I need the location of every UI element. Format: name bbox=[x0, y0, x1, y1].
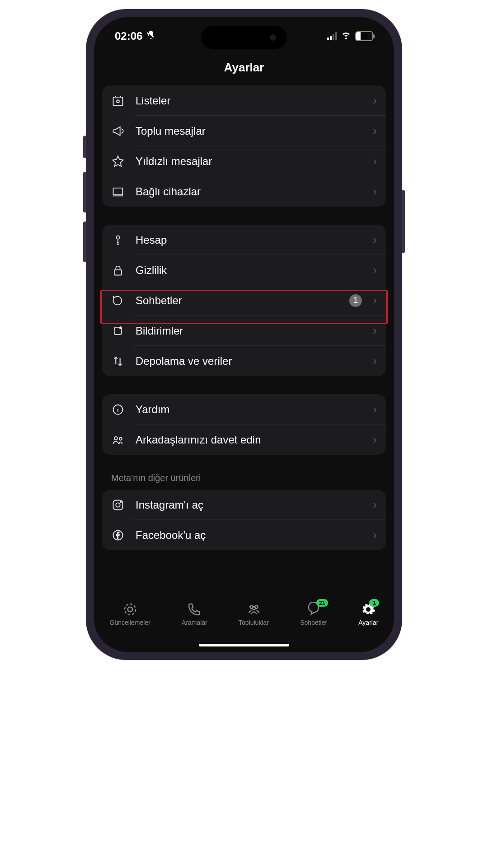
row-starred[interactable]: Yıldızlı mesajlar › bbox=[102, 146, 386, 176]
chevron-right-icon: › bbox=[373, 233, 377, 247]
row-label: Sohbetler bbox=[136, 294, 338, 307]
row-label: Facebook'u aç bbox=[136, 529, 362, 542]
chevron-right-icon: › bbox=[373, 498, 377, 512]
section-label-meta: Meta'nın diğer ürünleri bbox=[102, 473, 386, 490]
battery-indicator: 25 bbox=[355, 31, 373, 41]
notification-badge: 1 bbox=[349, 294, 362, 307]
svg-rect-0 bbox=[113, 97, 123, 105]
row-storage[interactable]: Depolama ve veriler › bbox=[102, 346, 386, 376]
svg-point-15 bbox=[125, 604, 136, 615]
tab-chats[interactable]: 21 Sohbetler bbox=[300, 602, 327, 626]
updates-icon bbox=[122, 602, 138, 617]
row-chats[interactable]: Sohbetler 1 › bbox=[102, 285, 386, 316]
chat-bubble-icon bbox=[111, 294, 125, 307]
phone-frame: 02:06 25 Ayarlar bbox=[86, 9, 402, 660]
row-label: Hesap bbox=[136, 234, 362, 246]
svg-rect-4 bbox=[114, 269, 122, 275]
chevron-right-icon: › bbox=[373, 324, 377, 338]
row-label: Bağlı cihazlar bbox=[136, 185, 362, 198]
lock-icon bbox=[111, 264, 125, 277]
row-label: Toplu mesajlar bbox=[136, 125, 362, 137]
tab-settings[interactable]: 1 Ayarlar bbox=[358, 602, 378, 626]
info-icon bbox=[111, 403, 125, 416]
instagram-icon bbox=[111, 498, 125, 512]
transfer-icon bbox=[111, 354, 125, 368]
row-privacy[interactable]: Gizlilik › bbox=[102, 255, 386, 285]
row-label: Yardım bbox=[136, 403, 362, 416]
svg-point-14 bbox=[127, 607, 132, 612]
facebook-icon bbox=[111, 528, 125, 542]
row-account[interactable]: Hesap › bbox=[102, 225, 386, 255]
tab-badge: 21 bbox=[316, 599, 328, 607]
home-indicator[interactable] bbox=[199, 644, 289, 646]
communities-icon bbox=[246, 602, 262, 617]
screen: 02:06 25 Ayarlar bbox=[94, 17, 394, 652]
svg-point-12 bbox=[120, 501, 121, 502]
svg-point-3 bbox=[117, 236, 120, 239]
svg-rect-2 bbox=[113, 188, 123, 194]
chevron-right-icon: › bbox=[373, 402, 377, 416]
settings-section-1: Listeler › Toplu mesajlar › Yıldızlı mes… bbox=[102, 85, 386, 207]
wifi-icon bbox=[341, 29, 352, 43]
row-label: Arkadaşlarınızı davet edin bbox=[136, 434, 362, 446]
tab-label: Topluluklar bbox=[239, 619, 269, 626]
chevron-right-icon: › bbox=[373, 354, 377, 368]
row-label: Yıldızlı mesajlar bbox=[136, 155, 362, 168]
chevron-right-icon: › bbox=[373, 94, 377, 108]
laptop-icon bbox=[111, 185, 125, 198]
phone-icon bbox=[187, 602, 202, 617]
chevron-right-icon: › bbox=[373, 293, 377, 307]
row-linked-devices[interactable]: Bağlı cihazlar › bbox=[102, 176, 386, 207]
tab-label: Ayarlar bbox=[358, 619, 378, 626]
tab-updates[interactable]: Güncellemeler bbox=[110, 602, 150, 626]
svg-point-6 bbox=[119, 326, 122, 329]
row-label: Listeler bbox=[136, 94, 362, 107]
mute-icon bbox=[146, 30, 156, 42]
chevron-right-icon: › bbox=[373, 124, 377, 138]
row-invite[interactable]: Arkadaşlarınızı davet edin › bbox=[102, 425, 386, 455]
svg-point-9 bbox=[119, 437, 122, 440]
megaphone-icon bbox=[111, 124, 125, 138]
svg-point-8 bbox=[114, 437, 117, 440]
chevron-right-icon: › bbox=[373, 154, 377, 168]
tab-label: Sohbetler bbox=[300, 619, 327, 626]
status-time: 02:06 bbox=[115, 30, 142, 42]
row-help[interactable]: Yardım › bbox=[102, 394, 386, 425]
settings-content[interactable]: Listeler › Toplu mesajlar › Yıldızlı mes… bbox=[94, 85, 394, 598]
settings-section-3: Yardım › Arkadaşlarınızı davet edin › bbox=[102, 394, 386, 455]
lists-icon bbox=[111, 94, 125, 108]
row-lists[interactable]: Listeler › bbox=[102, 85, 386, 116]
row-label: Gizlilik bbox=[136, 264, 362, 277]
svg-point-1 bbox=[117, 100, 119, 103]
settings-section-2: Hesap › Gizlilik › Sohbetl bbox=[102, 225, 386, 376]
row-notifications[interactable]: Bildirimler › bbox=[102, 316, 386, 346]
page-title: Ayarlar bbox=[94, 55, 394, 85]
chevron-right-icon: › bbox=[373, 433, 377, 447]
chevron-right-icon: › bbox=[373, 184, 377, 198]
row-label: Instagram'ı aç bbox=[136, 499, 362, 511]
row-label: Bildirimler bbox=[136, 325, 362, 337]
svg-point-18 bbox=[252, 607, 255, 610]
row-broadcast[interactable]: Toplu mesajlar › bbox=[102, 116, 386, 146]
row-instagram[interactable]: Instagram'ı aç › bbox=[102, 490, 386, 520]
tab-label: Güncellemeler bbox=[110, 619, 150, 626]
row-label: Depolama ve veriler bbox=[136, 355, 362, 368]
tab-badge: 1 bbox=[369, 599, 379, 607]
tab-calls[interactable]: Aramalar bbox=[182, 602, 207, 626]
notification-icon bbox=[111, 324, 125, 338]
settings-section-4: Instagram'ı aç › Facebook'u aç › bbox=[102, 490, 386, 550]
tab-label: Aramalar bbox=[182, 619, 207, 626]
key-icon bbox=[111, 233, 125, 247]
chevron-right-icon: › bbox=[373, 263, 377, 277]
people-icon bbox=[111, 433, 125, 447]
cellular-signal-icon bbox=[327, 32, 337, 40]
tab-communities[interactable]: Topluluklar bbox=[239, 602, 269, 626]
svg-point-11 bbox=[116, 503, 120, 507]
chevron-right-icon: › bbox=[373, 528, 377, 542]
dynamic-island bbox=[201, 26, 287, 49]
row-facebook[interactable]: Facebook'u aç › bbox=[102, 520, 386, 550]
star-icon bbox=[111, 155, 125, 168]
